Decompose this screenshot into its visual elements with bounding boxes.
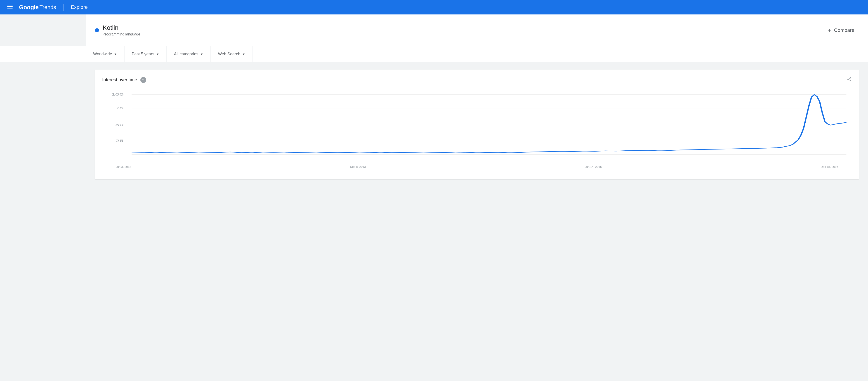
compare-label: Compare [834,27,855,33]
interest-over-time-card: Interest over time ? 100 [95,70,859,179]
filter-search-type[interactable]: Web Search ▼ [211,46,253,62]
search-left-spacer [0,14,86,46]
x-label-1: Jun 3, 2012 [116,165,131,169]
help-icon[interactable]: ? [141,77,146,83]
x-label-3: Jun 14, 2015 [585,165,602,169]
search-term-container: Kotlin Programming language [95,24,140,36]
filter-location-label: Worldwide [93,52,112,57]
svg-rect-1 [7,6,13,7]
explore-label: Explore [71,4,88,10]
filter-time-label: Past 5 years [132,52,154,57]
svg-text:75: 75 [115,106,124,109]
filter-time-arrow: ▼ [156,53,159,56]
filter-location-arrow: ▼ [114,53,117,56]
app-logo: Google Trends [19,4,56,11]
logo-trends-text: Trends [39,4,56,10]
sidebar [0,62,86,381]
filter-search-type-label: Web Search [218,52,240,57]
filter-category[interactable]: All categories ▼ [166,46,211,62]
svg-rect-0 [7,5,13,5]
interest-chart-svg: 100 75 50 25 [102,90,852,162]
svg-text:25: 25 [115,139,124,142]
search-term-sublabel: Programming language [103,32,140,36]
main-content: Interest over time ? 100 [86,62,868,381]
compare-button[interactable]: + Compare [814,14,868,46]
svg-rect-2 [7,8,13,8]
compare-plus-icon: + [828,27,831,34]
chart-title-row: Interest over time ? [102,77,146,83]
svg-text:100: 100 [111,93,123,96]
filter-category-label: All categories [174,52,198,57]
filter-location[interactable]: Worldwide ▼ [86,46,125,62]
x-label-4: Dec 18, 2016 [821,165,838,169]
x-label-2: Dec 8, 2013 [350,165,366,169]
logo-google-text: Google [19,4,39,11]
chart-header: Interest over time ? [102,77,852,83]
app-header: Google Trends Explore [0,0,868,14]
header-divider [63,4,64,11]
share-icon[interactable] [847,77,852,83]
search-term-info: Kotlin Programming language [103,24,140,36]
filter-category-arrow: ▼ [200,53,204,56]
search-term-section[interactable]: Kotlin Programming language [86,14,814,46]
filter-search-type-arrow: ▼ [242,53,245,56]
help-icon-label: ? [142,78,144,82]
menu-icon[interactable] [5,2,14,12]
search-area: Kotlin Programming language + Compare [0,14,868,46]
term-color-dot [95,28,99,32]
chart-container: 100 75 50 25 Jun 3, 2 [102,90,852,169]
x-axis-labels: Jun 3, 2012 Dec 8, 2013 Jun 14, 2015 Dec… [102,163,852,169]
filter-time[interactable]: Past 5 years ▼ [125,46,167,62]
chart-title: Interest over time [102,77,137,82]
filters-bar: Worldwide ▼ Past 5 years ▼ All categorie… [0,46,868,62]
content-area: Interest over time ? 100 [0,62,868,381]
search-term-name: Kotlin [103,24,140,31]
svg-text:50: 50 [115,123,124,127]
